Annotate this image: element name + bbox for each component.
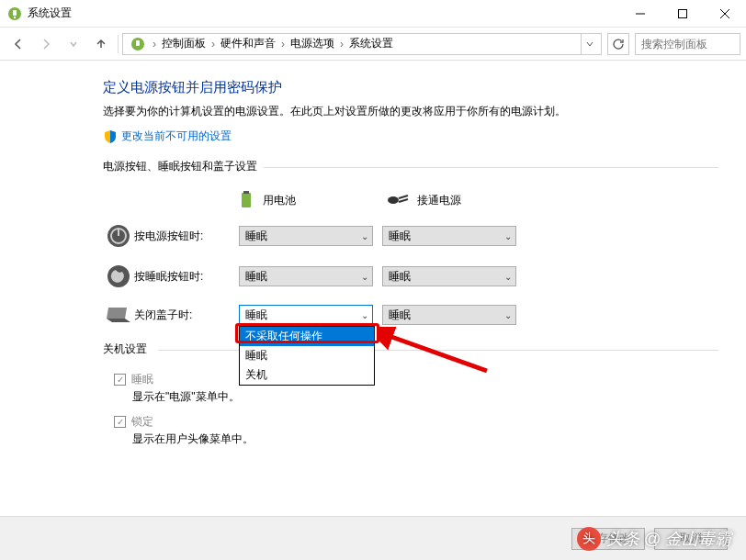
dropdown-menu: 不采取任何操作 睡眠 关机 [239,326,375,386]
chevron-down-icon: ⌄ [361,231,368,241]
section-header: 关机设置 [103,342,746,357]
power-button-plugged-dropdown[interactable]: 睡眠⌄ [382,226,516,246]
lock-checkbox-row: ✓ 锁定 [114,414,746,430]
svg-line-13 [399,199,408,202]
watermark: 头 头条 @ 金山毒霸 [577,527,731,551]
svg-rect-10 [243,191,249,194]
row-label: 按睡眠按钮时: [134,269,239,285]
battery-icon [239,189,255,211]
up-button[interactable] [88,31,114,57]
chevron-down-icon: ⌄ [504,231,512,241]
chevron-right-icon: › [277,38,288,50]
checkbox-label: 锁定 [131,414,153,430]
checkbox[interactable]: ✓ [114,416,126,428]
svg-point-2 [14,16,16,17]
sleep-button-battery-dropdown[interactable]: 睡眠⌄ [239,266,373,286]
close-button[interactable] [704,0,746,28]
chevron-right-icon: › [336,38,347,50]
dropdown-option[interactable]: 不采取任何操作 [240,327,374,346]
page-title: 定义电源按钮并启用密码保护 [103,79,746,96]
svg-rect-8 [136,40,140,46]
column-header-battery: 用电池 [239,189,377,211]
chevron-right-icon: › [208,38,219,50]
plug-icon [386,193,410,207]
breadcrumb[interactable]: › 控制面板 › 硬件和声音 › 电源选项 › 系统设置 [122,33,602,55]
chevron-right-icon: › [149,38,160,50]
power-button-battery-dropdown[interactable]: 睡眠⌄ [239,226,373,246]
svg-rect-4 [679,9,687,17]
app-icon [7,6,22,21]
checkbox-description: 显示在用户头像菜单中。 [132,431,746,447]
sleep-button-plugged-dropdown[interactable]: 睡眠⌄ [382,266,516,286]
column-header-plugged: 接通电源 [386,189,524,211]
search-input[interactable] [635,33,740,55]
checkbox-description: 显示在"电源"菜单中。 [132,389,746,405]
row-label: 按电源按钮时: [134,229,239,244]
breadcrumb-dropdown[interactable] [581,34,597,54]
section-header: 电源按钮、睡眠按钮和盖子设置 [103,159,746,174]
sleep-button-icon [103,264,134,288]
svg-point-11 [388,196,399,204]
refresh-button[interactable] [607,33,629,55]
sleep-checkbox-row: ✓ 睡眠 [114,372,746,387]
checkbox-label: 睡眠 [131,372,153,387]
shield-icon [103,129,118,144]
breadcrumb-item[interactable]: 系统设置 [347,36,395,51]
back-button[interactable] [6,31,31,57]
checkbox[interactable]: ✓ [114,374,126,386]
chevron-down-icon: ⌄ [361,272,368,282]
chevron-down-icon: ⌄ [504,272,512,282]
breadcrumb-item[interactable]: 硬件和声音 [219,36,277,51]
dropdown-option[interactable]: 睡眠 [240,346,374,365]
watermark-icon: 头 [577,527,601,551]
chevron-down-icon: ⌄ [504,310,512,320]
page-subtitle: 选择要为你的计算机设置的电源设置。在此页上对设置所做的更改将应用于你所有的电源计… [103,104,746,119]
breadcrumb-icon [130,37,145,51]
svg-rect-9 [242,193,251,207]
forward-button[interactable] [33,31,59,57]
recent-dropdown[interactable] [61,31,86,57]
svg-rect-1 [13,10,17,16]
lid-plugged-dropdown[interactable]: 睡眠⌄ [382,305,516,325]
power-button-icon [103,224,134,248]
change-unavailable-link[interactable]: 更改当前不可用的设置 [103,129,746,144]
lid-icon [103,306,134,324]
lid-battery-dropdown[interactable]: 睡眠⌄ 不采取任何操作 睡眠 关机 [239,305,373,325]
svg-line-12 [399,196,408,198]
dropdown-option[interactable]: 关机 [240,365,374,385]
row-label: 关闭盖子时: [134,308,239,323]
maximize-button[interactable] [661,0,704,28]
breadcrumb-item[interactable]: 电源选项 [288,36,336,51]
breadcrumb-item[interactable]: 控制面板 [160,36,208,51]
link-text: 更改当前不可用的设置 [121,129,232,144]
chevron-down-icon: ⌄ [361,310,368,320]
separator [118,35,119,53]
minimize-button[interactable] [619,0,661,28]
window-title: 系统设置 [28,6,619,21]
